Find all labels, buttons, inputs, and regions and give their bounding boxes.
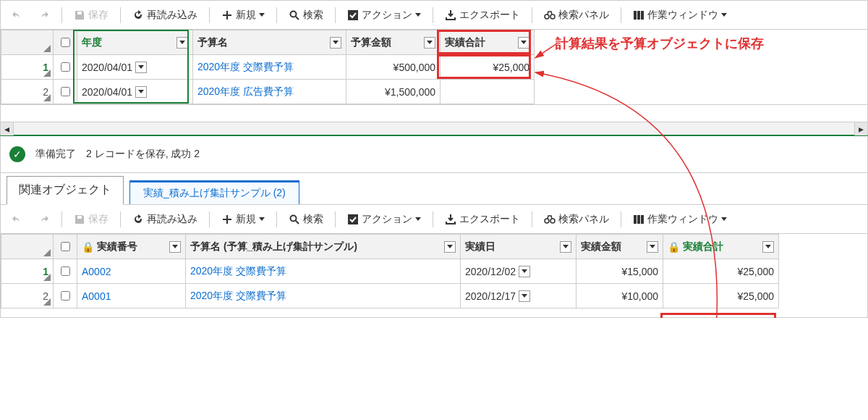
action-button[interactable]: アクション <box>340 6 428 25</box>
filter-button[interactable] <box>518 37 529 49</box>
cell-actual-no[interactable]: A0001 <box>77 284 186 308</box>
search-panel-button[interactable]: 検索パネル <box>537 210 616 229</box>
budget-name-link[interactable]: 2020年度 交際費予算 <box>197 61 294 72</box>
col-year[interactable]: 年度 <box>77 30 193 55</box>
tab-related-objects[interactable]: 関連オブジェクト <box>7 176 124 205</box>
search-button[interactable]: 検索 <box>281 6 331 25</box>
action-button[interactable]: アクション <box>340 210 428 229</box>
work-window-button[interactable]: 作業ウィンドウ <box>626 6 734 25</box>
svg-point-7 <box>291 215 297 221</box>
svg-point-10 <box>550 219 555 223</box>
reload-button[interactable]: 再読み込み <box>125 210 205 229</box>
cell-year[interactable]: 2020/04/01 <box>77 80 193 104</box>
search-panel-label: 検索パネル <box>558 9 609 22</box>
work-window-button[interactable]: 作業ウィンドウ <box>626 210 734 229</box>
actual-no-link[interactable]: A0001 <box>82 290 111 302</box>
scroll-right-button[interactable]: ▸ <box>854 122 867 135</box>
dropdown-button[interactable] <box>135 86 147 98</box>
cell-actual-total[interactable]: ¥25,000 <box>441 55 535 80</box>
budget-name-link[interactable]: 2020年度 交際費予算 <box>190 290 286 301</box>
new-button[interactable]: 新規 <box>214 6 272 25</box>
row-header[interactable]: 1 <box>1 259 54 284</box>
budget-name-link[interactable]: 2020年度 広告費予算 <box>197 85 294 97</box>
tab-sample[interactable]: 実績_積み上げ集計サンプル (2) <box>129 180 299 204</box>
filter-button[interactable] <box>647 241 658 253</box>
select-all-checkbox[interactable] <box>54 30 77 55</box>
col-actual-amount[interactable]: 実績金額 <box>576 235 663 259</box>
export-button[interactable]: エクスポート <box>438 6 527 25</box>
col-actual-total[interactable]: 実績合計 <box>441 30 535 55</box>
col-budget-amount[interactable]: 予算金額 <box>346 30 441 55</box>
dropdown-button[interactable] <box>519 290 530 302</box>
cell-actual-amount[interactable]: ¥10,000 <box>576 284 663 308</box>
cell-budget-name[interactable]: 2020年度 交際費予算 <box>193 55 346 80</box>
budget-name-link[interactable]: 2020年度 交際費予算 <box>190 265 286 277</box>
scroll-left-button[interactable]: ◂ <box>1 122 14 135</box>
col-budget-amount-label: 予算金額 <box>351 36 391 49</box>
cell-budget-name[interactable]: 2020年度 交際費予算 <box>186 284 461 308</box>
redo-button[interactable] <box>31 211 57 228</box>
cell-actual-no[interactable]: A0002 <box>77 259 186 284</box>
tab-row: 関連オブジェクト 実績_積み上げ集計サンプル (2) <box>0 173 868 205</box>
search-button[interactable]: 検索 <box>281 210 331 229</box>
row-checkbox[interactable] <box>54 80 77 104</box>
new-label: 新規 <box>236 213 256 226</box>
select-all-checkbox[interactable] <box>54 235 77 259</box>
filter-button[interactable] <box>169 241 181 253</box>
dropdown-button[interactable] <box>519 266 530 277</box>
row-header[interactable]: 1 <box>1 55 54 80</box>
svg-rect-8 <box>348 214 358 224</box>
cell-budget-name[interactable]: 2020年度 交際費予算 <box>186 259 461 284</box>
filter-button[interactable] <box>176 37 188 49</box>
filter-button[interactable] <box>330 37 341 49</box>
cell-budget-amount[interactable]: ¥500,000 <box>346 55 441 80</box>
row-header[interactable]: 2 <box>1 80 54 104</box>
caret-down-icon <box>415 13 421 17</box>
reload-button[interactable]: 再読み込み <box>125 6 205 25</box>
annotation-top: 計算結果を予算オブジェクトに保存 <box>556 35 764 52</box>
col-actual-date[interactable]: 実績日 <box>461 235 576 259</box>
cell-actual-date[interactable]: 2020/12/02 <box>461 259 576 284</box>
select-all-row-header[interactable] <box>1 235 54 259</box>
year-value: 2020/04/01 <box>82 62 132 73</box>
row-checkbox[interactable] <box>54 55 77 80</box>
col-budget-name[interactable]: 予算名 (予算_積み上げ集計サンプル) <box>186 235 461 259</box>
col-budget-name[interactable]: 予算名 <box>193 30 346 55</box>
new-button[interactable]: 新規 <box>214 210 272 229</box>
date-value: 2020/12/02 <box>465 266 516 277</box>
cell-actual-total[interactable]: ¥25,000 <box>663 284 779 308</box>
undo-button[interactable] <box>4 7 30 24</box>
save-button[interactable]: 保存 <box>67 210 116 229</box>
save-icon <box>74 214 85 225</box>
cell-actual-date[interactable]: 2020/12/17 <box>461 284 576 308</box>
cell-year[interactable]: 2020/04/01 <box>77 55 193 80</box>
export-button[interactable]: エクスポート <box>438 210 527 229</box>
total-value: ¥25,000 <box>737 266 774 277</box>
search-panel-button[interactable]: 検索パネル <box>537 6 616 25</box>
cell-actual-total[interactable] <box>441 80 535 104</box>
filter-button[interactable] <box>444 241 456 253</box>
col-actual-no[interactable]: 🔒実績番号 <box>77 235 186 259</box>
h-scrollbar[interactable]: ◂ ▸ <box>1 122 867 135</box>
save-button[interactable]: 保存 <box>67 6 116 25</box>
row-checkbox[interactable] <box>54 284 77 308</box>
filter-button[interactable] <box>424 37 435 49</box>
actual-no-link[interactable]: A0002 <box>82 266 111 277</box>
binoculars-icon <box>544 9 556 21</box>
row-header[interactable]: 2 <box>1 284 54 308</box>
cell-actual-amount[interactable]: ¥15,000 <box>576 259 663 284</box>
cell-budget-name[interactable]: 2020年度 広告費予算 <box>193 80 346 104</box>
top-grid: 年度 予算名 予算金額 実績合計 1 2020/04/01 2020年度 交際費… <box>1 30 535 104</box>
filter-button[interactable] <box>560 241 571 253</box>
cell-budget-amount[interactable]: ¥1,500,000 <box>346 80 441 104</box>
row-checkbox[interactable] <box>54 259 77 284</box>
redo-button[interactable] <box>31 7 57 24</box>
svg-rect-5 <box>637 11 640 20</box>
cell-actual-total[interactable]: ¥25,000 <box>663 259 779 284</box>
select-all-row-header[interactable] <box>1 30 54 55</box>
filter-button[interactable] <box>762 241 774 253</box>
undo-button[interactable] <box>4 211 30 228</box>
redo-icon <box>38 9 50 21</box>
dropdown-button[interactable] <box>135 62 147 73</box>
col-actual-total[interactable]: 🔒実績合計 <box>663 235 779 259</box>
